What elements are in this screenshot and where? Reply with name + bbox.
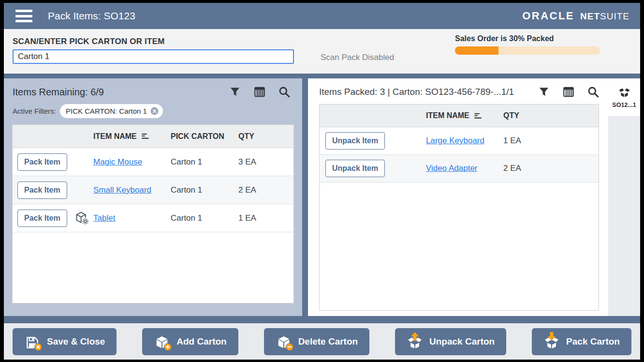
qty-cell: 1 EA (503, 136, 599, 146)
search-icon[interactable] (587, 86, 600, 98)
save-close-button[interactable]: Save & Close (13, 328, 117, 355)
menu-icon[interactable] (15, 10, 32, 22)
carton-tab-strip: SO12...1 (608, 78, 640, 316)
oracle-netsuite-logo: ORACLENETSUITE (522, 10, 629, 22)
carton-tab-label: SO12...1 (612, 102, 636, 108)
item-link[interactable]: Magic Mouse (93, 157, 142, 167)
logo-oracle: ORACLE (522, 10, 574, 22)
add-carton-button[interactable]: Add Carton (142, 328, 238, 355)
kit-item-icon (75, 211, 89, 226)
add-carton-icon (154, 334, 170, 349)
save-icon (24, 334, 41, 349)
item-link[interactable]: Large Keyboard (426, 136, 484, 146)
delete-carton-icon (276, 334, 292, 349)
table-header-row: ITEM NAME PICK CARTON QTY (13, 125, 293, 148)
table-row: Pack Item Tablet Carton 1 1 EA (13, 204, 293, 232)
items-remaining-title: Items Remaining: 6/9 (13, 87, 104, 98)
col-qty: QTY (238, 132, 293, 141)
top-bar: Pack Items: SO123 ORACLENETSUITE (4, 3, 640, 29)
unpack-item-button[interactable]: Unpack Item (325, 132, 385, 150)
pack-carton-button[interactable]: Pack Carton (532, 328, 631, 355)
unpack-carton-label: Unpack Carton (429, 336, 495, 347)
logo-net: NET (580, 11, 600, 22)
packed-progress-label: Sales Order is 30% Packed (455, 34, 600, 43)
scan-section: SCAN/ENTER PICK CARTON OR ITEM Scan Pack… (4, 29, 640, 74)
table-row: Unpack Item Large Keyboard 1 EA (320, 127, 599, 155)
filter-chip[interactable]: PICK CARTON: Carton 1 (60, 104, 163, 118)
items-packed-title: Items Packed: 3 | Carton: SO123-456-789-… (319, 87, 514, 97)
remove-filter-icon[interactable] (150, 106, 159, 116)
filter-chip-text: PICK CARTON: Carton 1 (66, 107, 147, 115)
delete-carton-button[interactable]: Delete Carton (264, 328, 370, 355)
qty-cell: 2 EA (238, 185, 293, 195)
filter-icon[interactable] (229, 86, 241, 98)
items-packed-table: ITEM NAME QTY Unpack Item Large Keyboard… (319, 104, 599, 311)
pack-item-button[interactable]: Pack Item (17, 153, 67, 171)
table-header-row: ITEM NAME QTY (320, 105, 599, 127)
item-link[interactable]: Small Keyboard (93, 185, 151, 195)
main-area: Items Remaining: 6/9 Active Filters: PIC… (4, 74, 640, 323)
items-remaining-table: ITEM NAME PICK CARTON QTY Pack Item Magi… (12, 124, 294, 303)
scan-pack-status: Scan Pack Disabled (321, 53, 394, 62)
unpack-carton-icon (407, 334, 423, 349)
save-close-label: Save & Close (47, 336, 105, 347)
qty-cell: 2 EA (503, 164, 599, 173)
col-item-name: ITEM NAME (426, 111, 469, 120)
active-filters-label: Active Filters: (13, 107, 56, 115)
barcode-icon[interactable] (253, 86, 266, 98)
pack-carton-icon (543, 334, 560, 349)
table-row: Pack Item Small Keyboard Carton 1 2 EA (13, 176, 293, 204)
pack-item-button[interactable]: Pack Item (17, 181, 67, 199)
pick-carton-cell: Carton 1 (171, 213, 238, 223)
table-row: Unpack Item Video Adapter 2 EA (320, 155, 599, 182)
add-carton-label: Add Carton (176, 336, 226, 347)
qty-cell: 1 EA (238, 213, 293, 223)
app-frame: Pack Items: SO123 ORACLENETSUITE SCAN/EN… (4, 3, 640, 360)
pick-carton-cell: Carton 1 (171, 185, 238, 195)
item-link[interactable]: Tablet (93, 213, 115, 223)
scan-input[interactable] (13, 49, 294, 64)
unpack-carton-button[interactable]: Unpack Carton (395, 328, 506, 355)
progress-fill (455, 46, 498, 55)
item-link[interactable]: Video Adapter (426, 164, 478, 173)
pick-carton-cell: Carton 1 (171, 157, 238, 167)
progress-track (455, 46, 600, 55)
items-remaining-panel: Items Remaining: 6/9 Active Filters: PIC… (4, 78, 302, 316)
search-icon[interactable] (278, 86, 291, 98)
page-title: Pack Items: SO123 (48, 10, 135, 22)
barcode-icon[interactable] (562, 86, 575, 98)
packed-progress: Sales Order is 30% Packed (455, 34, 600, 55)
sort-icon[interactable] (473, 111, 483, 121)
col-qty: QTY (503, 111, 599, 120)
qty-cell: 3 EA (238, 157, 293, 167)
carton-tab[interactable]: SO12...1 (608, 78, 640, 116)
delete-carton-label: Delete Carton (298, 336, 358, 347)
filter-icon[interactable] (538, 86, 550, 98)
footer-bar: Save & Close Add Carton Delete Carton Un… (4, 323, 640, 360)
table-row: Pack Item Magic Mouse Carton 1 3 EA (13, 148, 293, 176)
pack-item-button[interactable]: Pack Item (17, 210, 67, 227)
pack-carton-label: Pack Carton (566, 336, 620, 347)
sort-icon[interactable] (141, 132, 150, 141)
logo-suite: SUITE (600, 11, 629, 22)
scan-input-label: SCAN/ENTER PICK CARTON OR ITEM (13, 37, 165, 46)
col-item-name: ITEM NAME (93, 132, 137, 141)
open-carton-icon (618, 87, 631, 98)
unpack-item-button[interactable]: Unpack Item (325, 160, 385, 177)
col-pick-carton: PICK CARTON (171, 132, 238, 141)
items-packed-panel: Items Packed: 3 | Carton: SO123-456-789-… (308, 78, 640, 316)
